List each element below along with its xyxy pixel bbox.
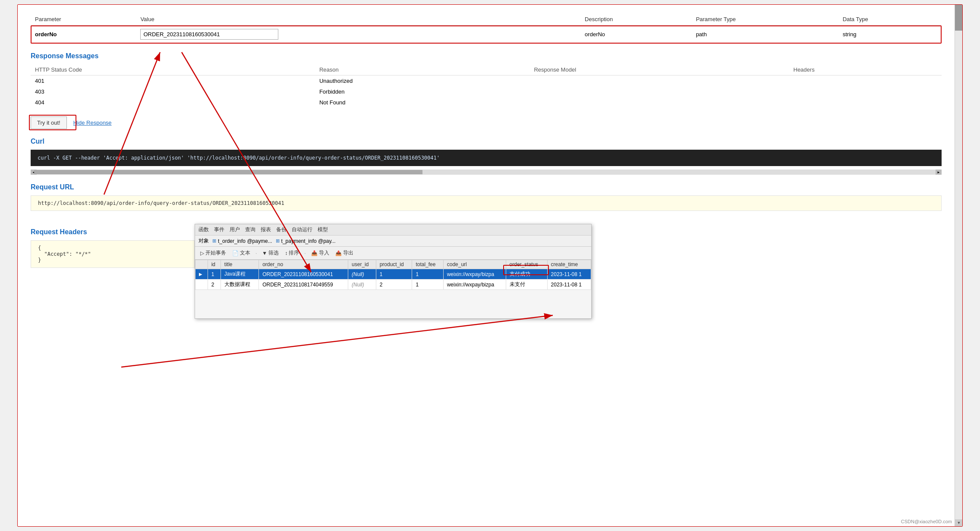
table-row: 404 Not Found xyxy=(31,97,942,108)
begin-transaction-btn[interactable]: ▷ 开始事务 xyxy=(199,248,228,258)
scroll-down-arrow[interactable]: ▼ xyxy=(955,519,963,526)
request-headers-title: Request Headers xyxy=(31,228,195,236)
response-messages-section: Response Messages HTTP Status Code Reaso… xyxy=(31,52,942,108)
watermark: CSDN@xiaozhe0D.com xyxy=(901,519,952,524)
row2-code-url: weixin://wxpay/bizpa xyxy=(443,280,506,290)
reason-403: Forbidden xyxy=(315,86,530,97)
request-url-title: Request URL xyxy=(31,183,942,191)
db-toolbar-model[interactable]: 模型 xyxy=(318,226,328,233)
try-it-area: Try it out! Hide Response xyxy=(31,116,942,129)
curl-command-box: curl -X GET --header 'Accept: applicatio… xyxy=(31,150,942,166)
col-user-id: user_id xyxy=(348,260,376,269)
sort-label: 排序 xyxy=(289,249,299,257)
db-toolbar-backup[interactable]: 备份 xyxy=(276,226,287,233)
db-objects-label: 对象 xyxy=(199,237,209,245)
table-row[interactable]: 2 大数据课程 ORDER_20231108174049559 (Null) 2… xyxy=(195,280,591,290)
col-header-data-type: Data Type xyxy=(838,13,942,25)
response-messages-title: Response Messages xyxy=(31,52,942,60)
row1-order-no: ORDER_20231108160530041 xyxy=(259,269,348,280)
db-table-header-row: id title order_no user_id product_id tot… xyxy=(195,260,591,269)
model-401 xyxy=(529,75,789,87)
col-create-time: create_time xyxy=(547,260,591,269)
curl-scroll-thumb[interactable] xyxy=(34,170,422,174)
vertical-scrollbar[interactable]: ▲ ▼ xyxy=(955,5,962,526)
resp-col-headers: Headers xyxy=(789,64,942,75)
row1-id: 1 xyxy=(208,269,221,280)
headers-line-3: } xyxy=(38,257,187,263)
separator-1: · xyxy=(255,250,257,256)
status-403: 403 xyxy=(31,86,315,97)
col-product-id: product_id xyxy=(376,260,412,269)
export-label: 导出 xyxy=(343,249,353,257)
table-row: 403 Forbidden xyxy=(31,86,942,97)
reason-404: Not Found xyxy=(315,97,530,108)
col-header-description: Description xyxy=(580,13,692,25)
col-order-status: order_status xyxy=(506,260,547,269)
curl-title: Curl xyxy=(31,138,942,145)
headers-line-2: "Accept": "*/*" xyxy=(38,251,187,257)
row1-create-time: 2023-11-08 1 xyxy=(547,269,591,280)
order-no-input[interactable] xyxy=(140,29,278,40)
scroll-thumb[interactable] xyxy=(955,5,963,31)
curl-scrollbar[interactable]: ◄ ► xyxy=(31,170,942,175)
row2-user-id: (Null) xyxy=(348,280,376,290)
db-toolbar-autorun[interactable]: 自动运行 xyxy=(292,226,312,233)
hide-response-link[interactable]: Hide Response xyxy=(73,119,112,126)
db-toolbar-report[interactable]: 报表 xyxy=(261,226,271,233)
db-toolbar: 函数 事件 用户 查询 报表 备份 自动运行 模型 xyxy=(195,224,591,236)
headers-box: { "Accept": "*/*" } xyxy=(31,240,195,268)
headers-line-1: { xyxy=(38,245,187,251)
filter-label: 筛选 xyxy=(268,249,279,257)
db-table1-item[interactable]: ⊞ t_order_info @payme... xyxy=(212,238,272,244)
row2-order-no: ORDER_20231108174049559 xyxy=(259,280,348,290)
db-toolbar-event[interactable]: 事件 xyxy=(214,226,224,233)
db-actions-row: ▷ 开始事务 📄 文本 · ▼ 筛选 ↕ 排序 · 📥 导入 📤 xyxy=(195,247,591,260)
table-row: orderNo orderNo path string xyxy=(31,25,942,44)
col-total-fee: total_fee xyxy=(412,260,443,269)
import-icon: 📥 xyxy=(311,250,318,256)
db-panel: 函数 事件 用户 查询 报表 备份 自动运行 模型 对象 ⊞ t_order_i… xyxy=(195,224,592,319)
outer-container: ▲ ▼ Parameter Value Description Paramete… xyxy=(17,4,963,527)
import-label: 导入 xyxy=(319,249,329,257)
sort-icon: ↕ xyxy=(285,250,287,256)
param-description: orderNo xyxy=(580,25,692,44)
db-toolbar-query[interactable]: 查询 xyxy=(245,226,255,233)
params-section: Parameter Value Description Parameter Ty… xyxy=(31,13,942,44)
import-btn[interactable]: 📥 导入 xyxy=(309,248,331,258)
curl-scroll-right[interactable]: ► xyxy=(936,170,942,175)
response-table: HTTP Status Code Reason Response Model H… xyxy=(31,64,942,108)
row2-id: 2 xyxy=(208,280,221,290)
param-type: path xyxy=(692,25,838,44)
table-icon-2: ⊞ xyxy=(276,238,280,244)
col-header-param-type: Parameter Type xyxy=(692,13,838,25)
table-row[interactable]: ▶ 1 Java课程 ORDER_20231108160530041 (Null… xyxy=(195,269,591,280)
text-icon: 📄 xyxy=(232,250,239,256)
try-it-button[interactable]: Try it out! xyxy=(31,116,67,129)
export-btn[interactable]: 📤 导出 xyxy=(334,248,355,258)
row1-code-url: weixin://wxpay/bizpa xyxy=(443,269,506,280)
db-table2-label[interactable]: t_payment_info @pay... xyxy=(281,238,336,244)
begin-transaction-icon: ▷ xyxy=(200,250,204,256)
db-table1-label[interactable]: t_order_info @payme... xyxy=(218,238,272,244)
row2-total-fee: 1 xyxy=(412,280,443,290)
request-url-text: http://localhost:8090/api/order-info/que… xyxy=(38,200,284,206)
row2-order-status: 未支付 xyxy=(506,280,547,290)
db-table-area: id title order_no user_id product_id tot… xyxy=(195,260,591,290)
param-name: orderNo xyxy=(31,25,136,44)
reason-401: Unauthorized xyxy=(315,75,530,87)
filter-btn[interactable]: ▼ 筛选 xyxy=(260,248,280,258)
row1-product-id: 1 xyxy=(376,269,412,280)
row1-total-fee: 1 xyxy=(412,269,443,280)
sort-btn[interactable]: ↕ 排序 xyxy=(283,248,301,258)
row2-create-time: 2023-11-08 1 xyxy=(547,280,591,290)
table-icon-1: ⊞ xyxy=(212,238,216,244)
col-code-url: code_url xyxy=(443,260,506,269)
resp-col-reason: Reason xyxy=(315,64,530,75)
db-toolbar-func[interactable]: 函数 xyxy=(199,226,209,233)
db-toolbar-user[interactable]: 用户 xyxy=(230,226,240,233)
text-btn[interactable]: 📄 文本 xyxy=(230,248,252,258)
db-table2-item[interactable]: ⊞ t_payment_info @pay... xyxy=(276,238,336,244)
headers-401 xyxy=(789,75,942,87)
col-title: title xyxy=(221,260,258,269)
col-arrow xyxy=(195,260,208,269)
